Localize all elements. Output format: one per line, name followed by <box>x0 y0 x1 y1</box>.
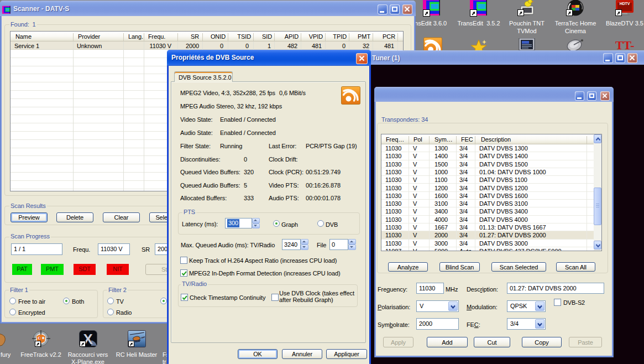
svg-text:HDTV: HDTV <box>620 2 630 6</box>
svg-text:TT-: TT- <box>615 38 634 50</box>
